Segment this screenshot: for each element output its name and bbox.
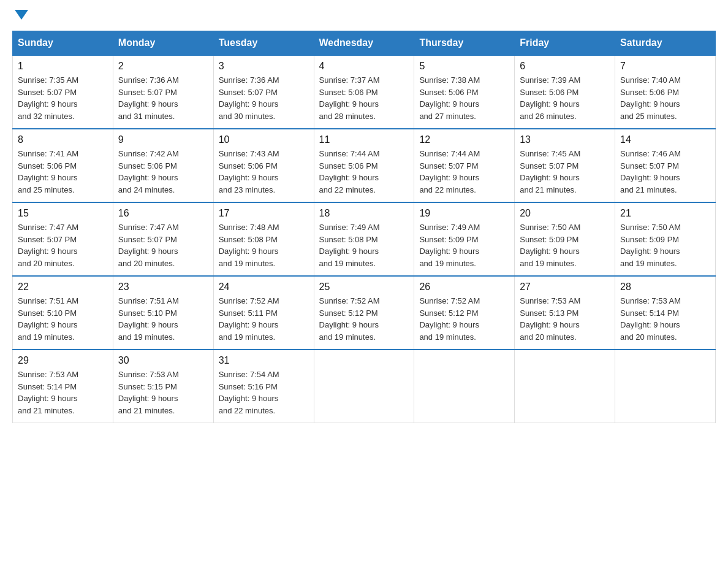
day-number: 23 [118, 282, 208, 293]
day-number: 25 [319, 282, 409, 293]
day-number: 17 [219, 208, 309, 219]
week-row-2: 8Sunrise: 7:41 AMSunset: 5:06 PMDaylight… [13, 129, 716, 202]
day-cell-18: 18Sunrise: 7:49 AMSunset: 5:08 PMDayligh… [314, 202, 414, 276]
empty-cell [414, 350, 515, 423]
day-cell-23: 23Sunrise: 7:51 AMSunset: 5:10 PMDayligh… [113, 276, 213, 350]
day-number: 4 [319, 61, 409, 72]
day-info: Sunrise: 7:39 AMSunset: 5:06 PMDaylight:… [520, 74, 610, 122]
calendar-table: SundayMondayTuesdayWednesdayThursdayFrid… [12, 31, 716, 423]
day-cell-25: 25Sunrise: 7:52 AMSunset: 5:12 PMDayligh… [314, 276, 414, 350]
day-info: Sunrise: 7:42 AMSunset: 5:06 PMDaylight:… [118, 148, 208, 196]
day-info: Sunrise: 7:50 AMSunset: 5:09 PMDaylight:… [520, 221, 610, 269]
day-number: 19 [419, 208, 509, 219]
day-number: 26 [419, 282, 509, 293]
day-cell-24: 24Sunrise: 7:52 AMSunset: 5:11 PMDayligh… [213, 276, 314, 350]
day-info: Sunrise: 7:45 AMSunset: 5:07 PMDaylight:… [520, 148, 610, 196]
day-number: 13 [520, 134, 610, 145]
day-cell-5: 5Sunrise: 7:38 AMSunset: 5:06 PMDaylight… [414, 55, 515, 129]
weekday-header-monday: Monday [113, 31, 213, 56]
day-info: Sunrise: 7:54 AMSunset: 5:16 PMDaylight:… [219, 369, 309, 416]
week-row-4: 22Sunrise: 7:51 AMSunset: 5:10 PMDayligh… [13, 276, 716, 350]
day-cell-21: 21Sunrise: 7:50 AMSunset: 5:09 PMDayligh… [615, 202, 716, 276]
day-info: Sunrise: 7:52 AMSunset: 5:12 PMDaylight:… [419, 295, 509, 343]
day-cell-31: 31Sunrise: 7:54 AMSunset: 5:16 PMDayligh… [213, 350, 314, 423]
day-info: Sunrise: 7:51 AMSunset: 5:10 PMDaylight:… [18, 295, 108, 343]
empty-cell [615, 350, 716, 423]
day-number: 12 [419, 134, 509, 145]
empty-cell [515, 350, 615, 423]
day-number: 1 [18, 61, 108, 72]
week-row-3: 15Sunrise: 7:47 AMSunset: 5:07 PMDayligh… [13, 202, 716, 276]
weekday-header-row: SundayMondayTuesdayWednesdayThursdayFrid… [13, 31, 716, 56]
day-info: Sunrise: 7:52 AMSunset: 5:12 PMDaylight:… [319, 295, 409, 343]
day-cell-22: 22Sunrise: 7:51 AMSunset: 5:10 PMDayligh… [13, 276, 113, 350]
weekday-header-thursday: Thursday [414, 31, 515, 56]
day-info: Sunrise: 7:52 AMSunset: 5:11 PMDaylight:… [219, 295, 309, 343]
day-info: Sunrise: 7:38 AMSunset: 5:06 PMDaylight:… [419, 74, 509, 122]
day-cell-6: 6Sunrise: 7:39 AMSunset: 5:06 PMDaylight… [515, 55, 615, 129]
day-info: Sunrise: 7:53 AMSunset: 5:13 PMDaylight:… [520, 295, 610, 343]
day-number: 10 [219, 134, 309, 145]
day-cell-28: 28Sunrise: 7:53 AMSunset: 5:14 PMDayligh… [615, 276, 716, 350]
day-cell-9: 9Sunrise: 7:42 AMSunset: 5:06 PMDaylight… [113, 129, 213, 202]
day-number: 21 [620, 208, 710, 219]
weekday-header-friday: Friday [515, 31, 615, 56]
weekday-header-sunday: Sunday [13, 31, 113, 56]
page-header [12, 12, 716, 18]
day-info: Sunrise: 7:37 AMSunset: 5:06 PMDaylight:… [319, 74, 409, 122]
day-number: 28 [620, 282, 710, 293]
day-info: Sunrise: 7:36 AMSunset: 5:07 PMDaylight:… [219, 74, 309, 122]
day-number: 29 [18, 355, 108, 366]
day-cell-29: 29Sunrise: 7:53 AMSunset: 5:14 PMDayligh… [13, 350, 113, 423]
day-number: 31 [219, 355, 309, 366]
day-cell-13: 13Sunrise: 7:45 AMSunset: 5:07 PMDayligh… [515, 129, 615, 202]
day-cell-27: 27Sunrise: 7:53 AMSunset: 5:13 PMDayligh… [515, 276, 615, 350]
day-info: Sunrise: 7:44 AMSunset: 5:06 PMDaylight:… [319, 148, 409, 196]
day-info: Sunrise: 7:35 AMSunset: 5:07 PMDaylight:… [18, 74, 108, 122]
day-info: Sunrise: 7:46 AMSunset: 5:07 PMDaylight:… [620, 148, 710, 196]
day-number: 24 [219, 282, 309, 293]
day-number: 3 [219, 61, 309, 72]
day-info: Sunrise: 7:53 AMSunset: 5:15 PMDaylight:… [118, 369, 208, 416]
day-number: 6 [520, 61, 610, 72]
week-row-5: 29Sunrise: 7:53 AMSunset: 5:14 PMDayligh… [13, 350, 716, 423]
day-cell-2: 2Sunrise: 7:36 AMSunset: 5:07 PMDaylight… [113, 55, 213, 129]
day-number: 22 [18, 282, 108, 293]
day-number: 8 [18, 134, 108, 145]
day-info: Sunrise: 7:49 AMSunset: 5:09 PMDaylight:… [419, 221, 509, 269]
day-info: Sunrise: 7:49 AMSunset: 5:08 PMDaylight:… [319, 221, 409, 269]
day-info: Sunrise: 7:40 AMSunset: 5:06 PMDaylight:… [620, 74, 710, 122]
day-info: Sunrise: 7:44 AMSunset: 5:07 PMDaylight:… [419, 148, 509, 196]
day-cell-10: 10Sunrise: 7:43 AMSunset: 5:06 PMDayligh… [213, 129, 314, 202]
day-cell-17: 17Sunrise: 7:48 AMSunset: 5:08 PMDayligh… [213, 202, 314, 276]
day-info: Sunrise: 7:50 AMSunset: 5:09 PMDaylight:… [620, 221, 710, 269]
day-number: 14 [620, 134, 710, 145]
day-cell-7: 7Sunrise: 7:40 AMSunset: 5:06 PMDaylight… [615, 55, 716, 129]
day-number: 9 [118, 134, 208, 145]
day-cell-3: 3Sunrise: 7:36 AMSunset: 5:07 PMDaylight… [213, 55, 314, 129]
day-info: Sunrise: 7:47 AMSunset: 5:07 PMDaylight:… [118, 221, 208, 269]
day-cell-30: 30Sunrise: 7:53 AMSunset: 5:15 PMDayligh… [113, 350, 213, 423]
day-cell-1: 1Sunrise: 7:35 AMSunset: 5:07 PMDaylight… [13, 55, 113, 129]
day-number: 5 [419, 61, 509, 72]
day-info: Sunrise: 7:53 AMSunset: 5:14 PMDaylight:… [620, 295, 710, 343]
logo [12, 12, 28, 18]
day-number: 18 [319, 208, 409, 219]
logo-triangle-icon [15, 10, 28, 20]
day-number: 16 [118, 208, 208, 219]
day-info: Sunrise: 7:51 AMSunset: 5:10 PMDaylight:… [118, 295, 208, 343]
day-number: 11 [319, 134, 409, 145]
day-number: 20 [520, 208, 610, 219]
day-cell-26: 26Sunrise: 7:52 AMSunset: 5:12 PMDayligh… [414, 276, 515, 350]
day-cell-19: 19Sunrise: 7:49 AMSunset: 5:09 PMDayligh… [414, 202, 515, 276]
day-info: Sunrise: 7:48 AMSunset: 5:08 PMDaylight:… [219, 221, 309, 269]
day-number: 27 [520, 282, 610, 293]
day-info: Sunrise: 7:47 AMSunset: 5:07 PMDaylight:… [18, 221, 108, 269]
day-info: Sunrise: 7:43 AMSunset: 5:06 PMDaylight:… [219, 148, 309, 196]
week-row-1: 1Sunrise: 7:35 AMSunset: 5:07 PMDaylight… [13, 55, 716, 129]
day-cell-4: 4Sunrise: 7:37 AMSunset: 5:06 PMDaylight… [314, 55, 414, 129]
day-info: Sunrise: 7:41 AMSunset: 5:06 PMDaylight:… [18, 148, 108, 196]
weekday-header-saturday: Saturday [615, 31, 716, 56]
day-number: 7 [620, 61, 710, 72]
day-cell-12: 12Sunrise: 7:44 AMSunset: 5:07 PMDayligh… [414, 129, 515, 202]
